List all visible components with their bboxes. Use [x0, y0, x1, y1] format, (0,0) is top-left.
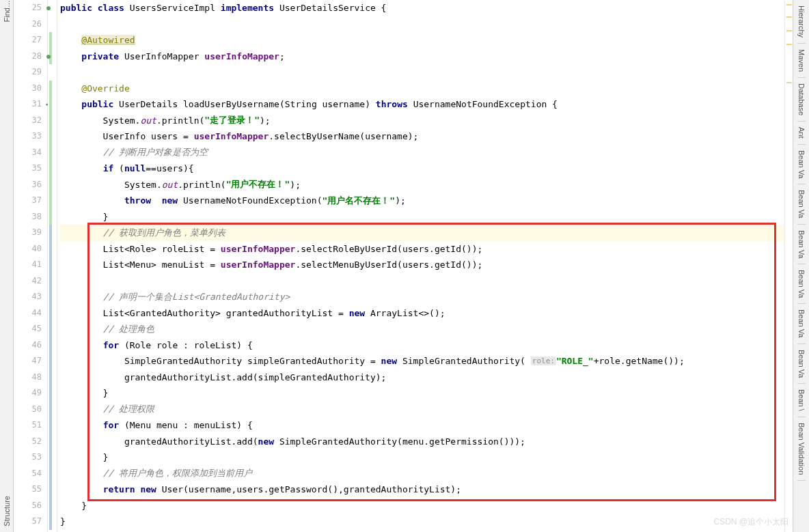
line-number[interactable]: 48: [14, 369, 42, 386]
left-tool-strip[interactable]: Find… Structure: [0, 0, 14, 532]
watermark: CSDN @追个小太阳: [713, 516, 789, 528]
code-line[interactable]: // 获取到用户角色，菜单列表: [60, 225, 784, 241]
line-number[interactable]: 55: [14, 481, 42, 498]
code-editor[interactable]: public class UsersServiceImpl implements…: [57, 0, 784, 532]
code-line[interactable]: return new User(username,users.getPasswo…: [60, 481, 784, 498]
code-line[interactable]: [60, 16, 784, 33]
code-line[interactable]: grantedAuthorityList.add(simpleGrantedAu…: [60, 369, 784, 386]
code-line[interactable]: @Autowired: [60, 32, 784, 48]
line-number[interactable]: 27: [14, 32, 42, 48]
code-line[interactable]: // 声明一个集合List<GrantedAuthority>: [60, 289, 784, 305]
right-tool-strip[interactable]: HierarchyMavenDatabaseAntBean VaBean VaB…: [793, 0, 809, 532]
code-line[interactable]: }: [60, 209, 784, 225]
code-line[interactable]: }: [60, 514, 784, 530]
right-tool-tab[interactable]: Maven: [797, 44, 806, 78]
code-line[interactable]: SimpleGrantedAuthority simpleGrantedAuth…: [60, 353, 784, 369]
line-number[interactable]: 37: [14, 193, 42, 209]
line-number[interactable]: 43: [14, 289, 42, 305]
line-number[interactable]: 52: [14, 434, 42, 450]
right-tool-tab[interactable]: Bean Va: [797, 344, 806, 384]
line-number[interactable]: 29: [14, 64, 42, 81]
line-number[interactable]: 47: [14, 353, 42, 369]
line-number[interactable]: 53: [14, 449, 42, 466]
error-stripe[interactable]: [784, 0, 793, 532]
line-number[interactable]: 49: [14, 385, 42, 402]
right-tool-tab[interactable]: Bean Va: [797, 304, 806, 344]
code-line[interactable]: }: [60, 385, 784, 402]
line-number[interactable]: 28●: [14, 48, 42, 65]
code-line[interactable]: }: [60, 498, 784, 514]
code-line[interactable]: // 判断用户对象是否为空: [60, 145, 784, 161]
left-tab-find[interactable]: Find…: [3, 0, 11, 22]
code-line[interactable]: throw new UsernameNotFoundException("用户名…: [60, 193, 784, 209]
code-line[interactable]: List<Role> roleList = userInfoMapper.sel…: [60, 241, 784, 257]
code-line[interactable]: private UserInfoMapper userInfoMapper;: [60, 48, 784, 65]
line-number[interactable]: 38: [14, 209, 42, 225]
right-tool-tab[interactable]: Bean Va: [797, 264, 806, 304]
right-tool-tab[interactable]: Bean Va: [797, 225, 806, 264]
right-tool-tab[interactable]: Ant: [797, 122, 806, 145]
line-number-gutter[interactable]: 25●262728●293031⬥32333435363738394041424…: [14, 0, 48, 532]
line-number[interactable]: 51: [14, 417, 42, 434]
line-number[interactable]: 41: [14, 257, 42, 273]
line-number[interactable]: 36: [14, 177, 42, 193]
line-number[interactable]: 54: [14, 466, 42, 482]
right-tool-tab[interactable]: Database: [797, 78, 806, 122]
line-number[interactable]: 26: [14, 16, 42, 33]
code-line[interactable]: grantedAuthorityList.add(new SimpleGrant…: [60, 434, 784, 450]
code-line[interactable]: public UserDetails loadUserByUsername(St…: [60, 96, 784, 113]
code-line[interactable]: List<GrantedAuthority> grantedAuthorityL…: [60, 305, 784, 322]
line-number[interactable]: 39: [14, 225, 42, 241]
code-line[interactable]: List<Menu> menuList = userInfoMapper.sel…: [60, 257, 784, 273]
change-marker-margin: [48, 0, 57, 532]
line-number[interactable]: 33: [14, 128, 42, 145]
gutter-icon[interactable]: ●: [46, 48, 51, 65]
line-number[interactable]: 31⬥: [14, 96, 42, 113]
code-line[interactable]: for (Menu menu : menuList) {: [60, 417, 784, 434]
gutter-icon[interactable]: ●: [46, 0, 51, 16]
line-number[interactable]: 57: [14, 514, 42, 530]
code-line[interactable]: [60, 64, 784, 81]
line-number[interactable]: 32: [14, 113, 42, 129]
line-number[interactable]: 56: [14, 498, 42, 514]
line-number[interactable]: 45: [14, 321, 42, 337]
code-line[interactable]: // 处理权限: [60, 402, 784, 418]
gutter-icon[interactable]: ⬥: [45, 96, 49, 113]
line-number[interactable]: 30: [14, 81, 42, 97]
code-line[interactable]: public class UsersServiceImpl implements…: [60, 0, 784, 16]
code-line[interactable]: if (null==users){: [60, 160, 784, 177]
line-number[interactable]: 25●: [14, 0, 42, 16]
line-number[interactable]: 46: [14, 337, 42, 354]
right-tool-tab[interactable]: Bean Va: [797, 145, 806, 184]
right-tool-tab[interactable]: Bean \: [797, 384, 806, 417]
right-tool-tab[interactable]: Bean Validation: [797, 417, 806, 481]
left-tab-structure[interactable]: Structure: [3, 496, 11, 527]
code-line[interactable]: }: [60, 449, 784, 466]
code-line[interactable]: @Override: [60, 81, 784, 97]
code-line[interactable]: // 将用户角色，权限添加到当前用户: [60, 466, 784, 482]
code-line[interactable]: [60, 273, 784, 290]
code-line[interactable]: for (Role role : roleList) {: [60, 337, 784, 354]
code-line[interactable]: System.out.println("走了登录！");: [60, 113, 784, 129]
line-number[interactable]: 34: [14, 145, 42, 161]
line-number[interactable]: 44: [14, 305, 42, 322]
code-line[interactable]: System.out.println("用户不存在！");: [60, 177, 784, 193]
code-line[interactable]: // 处理角色: [60, 321, 784, 337]
line-number[interactable]: 40: [14, 241, 42, 257]
line-number[interactable]: 35: [14, 160, 42, 177]
line-number[interactable]: 42: [14, 273, 42, 290]
right-tool-tab[interactable]: Hierarchy: [797, 0, 806, 44]
code-line[interactable]: UserInfo users = userInfoMapper.selectBy…: [60, 128, 784, 145]
line-number[interactable]: 50: [14, 402, 42, 418]
right-tool-tab[interactable]: Bean Va: [797, 184, 806, 224]
